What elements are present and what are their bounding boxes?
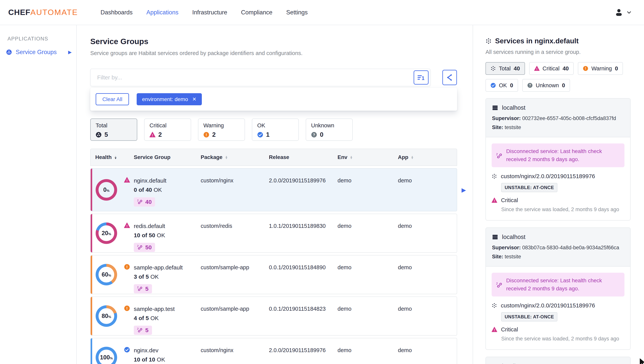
column-header-env[interactable]: Env▲▼: [338, 154, 398, 160]
column-header-package[interactable]: Package▲▼: [201, 154, 269, 160]
host-name: localhost: [502, 234, 525, 240]
table-header-row: Health▲▼Service GroupPackage▲▼ReleaseEnv…: [90, 149, 457, 166]
chef-automate-logo[interactable]: CHEFAUTOMATE: [8, 8, 78, 17]
user-avatar-icon[interactable]: [614, 8, 623, 17]
release-cell: 1.0.1/20190115189830: [269, 214, 338, 252]
critical-icon: !: [534, 66, 540, 71]
service-card: localhost Supervisor: 002732ee-6557-405c…: [486, 98, 630, 221]
nav-item-infrastructure[interactable]: Infrastructure: [192, 9, 227, 16]
service-status: Critical: [501, 197, 518, 203]
since-loaded-text: Since the service was loaded, 2 months 9…: [501, 207, 624, 212]
sort-arrows-icon[interactable]: ▲▼: [411, 156, 414, 159]
service-group-cell: nginx.dev 10 of 10 OK 10: [134, 338, 201, 364]
service-filter-unknown[interactable]: ? Unknown 0: [522, 79, 570, 92]
service-card-header: localhost Supervisor: 083b07ca-5830-4a8d…: [486, 228, 630, 267]
column-header-app[interactable]: App▲▼: [398, 154, 457, 160]
tile-warning[interactable]: Warning ! 2: [198, 119, 245, 141]
disconnected-count-badge[interactable]: 40: [134, 197, 155, 207]
service-group-row-nginx.dev[interactable]: 100% nginx.dev 10 of 10 OK 10 custom/ngi…: [90, 338, 457, 364]
filter-chip-environment-demo[interactable]: environment: demo ✕: [137, 93, 202, 105]
package-cell: custom/redis: [201, 214, 269, 252]
disconnected-count-badge[interactable]: 5: [134, 284, 152, 293]
ok-count: 3 of 5 OK: [134, 273, 201, 280]
service-card-body: Disconnected service: Last health check …: [486, 137, 630, 220]
health-donut: 60%: [96, 264, 117, 285]
service-card-header: localhost Supervisor: 0c0a6b1f-f9f2-4fe6…: [486, 357, 630, 364]
tile-unknown[interactable]: Unknown ? 0: [306, 119, 353, 141]
column-header-service-group[interactable]: Service Group: [134, 154, 201, 160]
tile-count-row: ! 2: [150, 131, 186, 138]
service-filter-warning[interactable]: ! Warning 0: [578, 62, 623, 75]
host-name: localhost: [502, 363, 525, 364]
svg-text:!: !: [585, 67, 586, 70]
top-navigation-bar: CHEFAUTOMATE DashboardsApplicationsInfra…: [0, 0, 644, 25]
sidebar-expand-icon[interactable]: ▶: [68, 50, 72, 55]
tile-count: 5: [104, 131, 108, 138]
health-cell: 100%: [91, 338, 134, 364]
svg-text:?: ?: [529, 83, 531, 87]
unknown-icon: ?: [527, 83, 533, 88]
since-loaded-text: Since the service was loaded, 2 months 9…: [501, 336, 624, 342]
app-cell: demo: [398, 255, 457, 294]
tile-ok[interactable]: OK 1: [252, 119, 299, 141]
filter-chip-label: environment: demo: [142, 96, 188, 102]
warning-icon: !: [124, 305, 130, 311]
disconnected-count-badge[interactable]: 50: [134, 243, 155, 252]
svg-text:!: !: [152, 134, 153, 137]
panel-title: Services in nginx.default: [495, 37, 579, 45]
service-filter-critical[interactable]: ! Critical 40: [529, 62, 574, 75]
health-donut: 0%: [96, 179, 117, 201]
disconnected-count-badge[interactable]: 5: [134, 326, 152, 335]
sort-arrows-icon[interactable]: ▲▼: [350, 156, 353, 159]
broken-link-icon: [137, 286, 143, 292]
service-group-cell: redis.default 10 of 50 OK 50: [134, 214, 201, 252]
broken-link-icon: [137, 244, 143, 250]
ok-icon: [257, 132, 263, 138]
ok-count: 4 of 5 OK: [134, 315, 201, 321]
nav-item-applications[interactable]: Applications: [146, 9, 178, 16]
sidebar-item-service-groups[interactable]: Service Groups ▶: [6, 49, 72, 56]
filter-input[interactable]: [91, 69, 414, 86]
page-subtitle: Service groups are Habitat services orde…: [90, 50, 457, 57]
package-identifier: custom/nginx/2.0.0/20190115189976: [501, 302, 595, 309]
service-group-row-sample-app.test[interactable]: 80% ! sample-app.test 4 of 5 OK 5 custom…: [90, 296, 457, 336]
package-identifier-row: custom/nginx/2.0.0/20190115189976: [492, 173, 624, 180]
nav-item-dashboards[interactable]: Dashboards: [100, 9, 133, 16]
tile-total[interactable]: Total 5: [90, 119, 137, 141]
health-donut: 100%: [96, 347, 117, 364]
row-expand-icon[interactable]: ▶: [462, 186, 466, 193]
column-header-health[interactable]: Health▲▼: [91, 154, 134, 160]
sort-arrows-icon[interactable]: ▲▼: [114, 156, 117, 159]
tile-label: Unknown: [311, 122, 347, 129]
service-group-name: sample-app.test: [134, 306, 201, 312]
total-icon: [96, 132, 102, 138]
svg-text:!: !: [126, 265, 128, 269]
filter-list-icon: 1: [417, 73, 425, 82]
user-menu[interactable]: [614, 8, 632, 17]
main-content: Service Groups Service groups are Habita…: [77, 25, 473, 364]
service-card: localhost Supervisor: 083b07ca-5830-4a8d…: [486, 227, 630, 350]
habitat-dots-icon: [492, 174, 497, 179]
supervisor-line: Supervisor: 002732ee-6557-405c-b008-cfcf…: [492, 115, 624, 121]
svg-text:!: !: [126, 179, 128, 183]
sort-arrows-icon[interactable]: ▲▼: [225, 156, 228, 159]
nav-item-settings[interactable]: Settings: [286, 9, 308, 16]
share-button[interactable]: [442, 70, 457, 85]
svg-text:!: !: [126, 224, 128, 228]
env-cell: demo: [338, 338, 398, 364]
column-header-release[interactable]: Release: [269, 154, 338, 160]
service-filter-total[interactable]: Total 40: [486, 62, 525, 75]
remove-filter-icon[interactable]: ✕: [192, 96, 196, 102]
clear-all-button[interactable]: Clear All: [96, 93, 129, 105]
mouse-cursor: [639, 357, 644, 364]
service-group-row-nginx.default[interactable]: 0% ! nginx.default 0 of 40 OK 40 custom/…: [90, 168, 457, 211]
server-icon: [492, 234, 498, 240]
service-filter-ok[interactable]: OK 0: [486, 79, 518, 92]
tile-critical[interactable]: Critical ! 2: [144, 119, 191, 141]
service-group-row-sample-app.default[interactable]: 60% ! sample-app.default 3 of 5 OK 5 cus…: [90, 255, 457, 294]
chevron-down-icon[interactable]: [626, 10, 632, 15]
nav-item-compliance[interactable]: Compliance: [241, 9, 272, 16]
server-icon: [492, 105, 498, 111]
filter-list-button[interactable]: 1: [414, 70, 428, 85]
service-group-row-redis.default[interactable]: 20% ! redis.default 10 of 50 OK 50 custo…: [90, 214, 457, 253]
